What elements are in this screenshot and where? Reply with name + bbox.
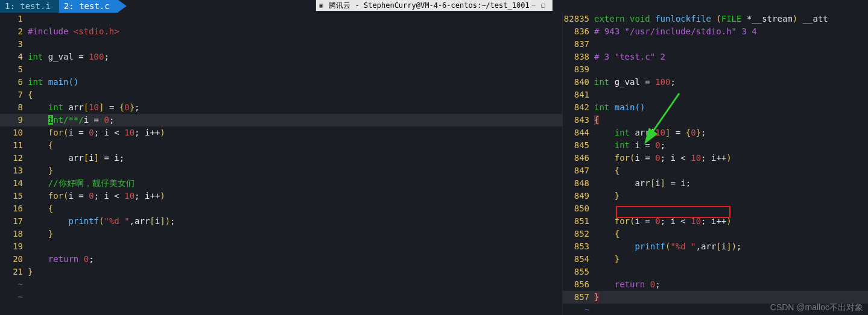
code-content — [594, 38, 868, 51]
line-number: 846 — [563, 152, 594, 164]
line-number: 852 — [563, 228, 594, 240]
code-line[interactable]: 846 for(i = 0; i < 10; i++) — [563, 152, 868, 164]
code-line[interactable]: 15 for(i = 0; i < 10; i++) — [0, 190, 562, 202]
code-line[interactable]: 21} — [0, 266, 562, 278]
code-content — [28, 63, 562, 76]
code-line[interactable]: 13 } — [0, 164, 562, 177]
code-content: return 0; — [594, 278, 868, 291]
code-line[interactable]: 11 { — [0, 139, 562, 152]
tab-label: 1: test.i — [5, 1, 51, 11]
line-number: 20 — [0, 253, 28, 266]
code-line[interactable]: 18 } — [0, 228, 562, 240]
code-content: int g_val = 100; — [594, 76, 868, 89]
code-content: arr[i] = i; — [28, 152, 562, 164]
empty-line: ~ — [0, 291, 562, 304]
code-line[interactable]: 82835extern void funlockfile (FILE *__st… — [563, 13, 868, 25]
code-content: { — [28, 139, 562, 152]
line-number: 850 — [563, 202, 594, 215]
code-line[interactable]: 17 printf("%d ",arr[i]); — [0, 215, 562, 228]
code-line[interactable]: 845 int i = 0; — [563, 139, 868, 152]
code-line[interactable]: 840int g_val = 100; — [563, 76, 868, 89]
code-content: int arr[10] = {0}; — [594, 126, 868, 139]
code-line[interactable]: 841 — [563, 89, 868, 101]
code-line[interactable]: 1 — [0, 13, 562, 25]
minimize-icon[interactable]: ─ — [532, 0, 539, 11]
code-line[interactable]: 854 } — [563, 253, 868, 266]
code-line[interactable]: 849 } — [563, 190, 868, 202]
code-content: int main() — [28, 76, 562, 89]
code-line[interactable]: 6int main() — [0, 76, 562, 89]
maximize-icon[interactable]: □ — [542, 0, 549, 11]
code-content — [594, 89, 868, 101]
tab-test-i[interactable]: 1: test.i — [0, 0, 59, 13]
code-line[interactable]: 4int g_val = 100; — [0, 51, 562, 63]
line-number: 82835 — [563, 13, 594, 25]
code-line[interactable]: 837 — [563, 38, 868, 51]
code-line[interactable]: 852 { — [563, 228, 868, 240]
code-content: { — [594, 164, 868, 177]
code-line[interactable]: 853 printf("%d ",arr[i]); — [563, 240, 868, 253]
code-content: int g_val = 100; — [28, 51, 562, 63]
line-number: 857 — [563, 291, 594, 304]
code-line[interactable]: 8 int arr[10] = {0}; — [0, 101, 562, 114]
code-content: int main() — [594, 101, 868, 114]
line-number: 18 — [0, 228, 28, 240]
code-content: { — [28, 202, 562, 215]
code-line[interactable]: 2#include <stdio.h> — [0, 25, 562, 38]
code-content: int/**/i = 0; — [28, 114, 562, 126]
code-content: { — [28, 89, 562, 101]
line-number: 848 — [563, 177, 594, 190]
code-line[interactable]: 855 — [563, 266, 868, 278]
code-line[interactable]: 842int main() — [563, 101, 868, 114]
code-line[interactable]: 10 for(i = 0; i < 10; i++) — [0, 126, 562, 139]
line-number: 839 — [563, 63, 594, 76]
tilde: ~ — [563, 304, 594, 315]
code-line[interactable]: 14 //你好啊，靓仔美女们 — [0, 177, 562, 190]
code-content: int arr[10] = {0}; — [28, 101, 562, 114]
line-number: 844 — [563, 126, 594, 139]
code-line[interactable]: 848 arr[i] = i; — [563, 177, 868, 190]
code-line[interactable]: 843{ — [563, 114, 868, 126]
editor-splits: 12#include <stdio.h>34int g_val = 100;56… — [0, 13, 868, 315]
code-line[interactable]: 836# 943 "/usr/include/stdio.h" 3 4 — [563, 25, 868, 38]
code-line[interactable]: 3 — [0, 38, 562, 51]
line-number: 840 — [563, 76, 594, 89]
window-titlebar: ▣ 腾讯云 - StephenCurry@VM-4-6-centos:~/tes… — [315, 0, 552, 11]
line-number: 4 — [0, 51, 28, 63]
code-line[interactable]: 850 — [563, 202, 868, 215]
line-number: 17 — [0, 215, 28, 228]
code-content: for(i = 0; i < 10; i++) — [28, 126, 562, 139]
code-content: } — [28, 228, 562, 240]
code-line[interactable]: 856 return 0; — [563, 278, 868, 291]
line-number: 853 — [563, 240, 594, 253]
code-line[interactable]: 16 { — [0, 202, 562, 215]
code-content: } — [28, 164, 562, 177]
code-line[interactable]: 844 int arr[10] = {0}; — [563, 126, 868, 139]
line-number: 854 — [563, 253, 594, 266]
code-content: } — [594, 190, 868, 202]
code-line[interactable]: 838# 3 "test.c" 2 — [563, 51, 868, 63]
code-line[interactable]: 19 — [0, 240, 562, 253]
line-number: 9 — [0, 114, 28, 126]
code-line[interactable]: 9 int/**/i = 0; — [0, 114, 562, 126]
right-editor-pane[interactable]: 82835extern void funlockfile (FILE *__st… — [562, 13, 868, 315]
code-line[interactable]: 12 arr[i] = i; — [0, 152, 562, 164]
tab-test-c[interactable]: 2: test.c — [59, 0, 118, 13]
code-content: for(i = 0; i < 10; i++) — [28, 190, 562, 202]
line-number: 843 — [563, 114, 594, 126]
code-content: arr[i] = i; — [594, 177, 868, 190]
line-number: 12 — [0, 152, 28, 164]
left-editor-pane[interactable]: 12#include <stdio.h>34int g_val = 100;56… — [0, 13, 562, 315]
code-line[interactable]: 851 for(i = 0; i < 10; i++) — [563, 215, 868, 228]
code-content: # 3 "test.c" 2 — [594, 51, 868, 63]
code-line[interactable]: 7{ — [0, 89, 562, 101]
code-line[interactable]: 839 — [563, 63, 868, 76]
line-number: 21 — [0, 266, 28, 278]
code-content — [28, 38, 562, 51]
code-content — [594, 266, 868, 278]
code-line[interactable]: 20 return 0; — [0, 253, 562, 266]
line-number: 5 — [0, 63, 28, 76]
code-line[interactable]: 5 — [0, 63, 562, 76]
code-line[interactable]: 847 { — [563, 164, 868, 177]
code-content — [28, 240, 562, 253]
